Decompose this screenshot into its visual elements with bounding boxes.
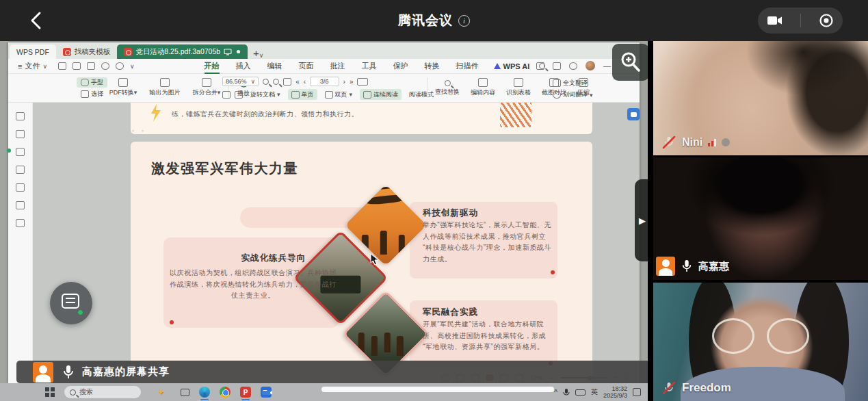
taskbar-search-input[interactable]: 搜索 xyxy=(64,386,141,398)
open-icon[interactable] xyxy=(58,62,66,70)
document-canvas[interactable]: 练，锤炼官兵在关键时刻的政治判断力、领悟力和执行力。 ◦ ◦ 激发强军兴军伟大力… xyxy=(33,103,640,383)
fit-page-icon[interactable] xyxy=(283,78,291,86)
fit-width-icon[interactable] xyxy=(235,91,243,99)
share-banner-text: 高嘉惠的屏幕共享 xyxy=(82,365,170,378)
battery-icon[interactable] xyxy=(575,389,586,396)
tab-insert[interactable]: 插入 xyxy=(228,60,259,73)
single-page-toggle[interactable]: 单页 xyxy=(288,89,317,100)
to-image-button[interactable]: 输出为图片 xyxy=(145,78,185,97)
windows-start-button[interactable] xyxy=(45,387,55,397)
tab-document-active[interactable]: 党日活动8.25.pdf.3a0705b xyxy=(117,44,248,59)
tray-expand-icon[interactable]: ^ xyxy=(554,389,557,396)
controls-divider xyxy=(800,14,801,27)
comment-panel-icon[interactable] xyxy=(16,166,25,174)
chrome-icon[interactable] xyxy=(220,387,231,398)
page-indicator-input[interactable]: 3/6 xyxy=(310,77,339,86)
camera-icon[interactable] xyxy=(767,14,783,27)
tab-list-chevron-icon[interactable]: ∨ xyxy=(259,52,264,59)
message-badge[interactable] xyxy=(627,108,640,120)
last-page-button[interactable]: » xyxy=(350,78,354,86)
clock-time: 18:32 xyxy=(603,385,627,392)
hand-tool-button[interactable]: 手型 xyxy=(77,77,107,88)
full-translate-button[interactable]: 全文翻译 xyxy=(549,78,592,88)
ime-indicator[interactable]: 英 xyxy=(591,387,598,397)
zoom-in-icon[interactable] xyxy=(273,79,279,85)
restore-icon[interactable] xyxy=(553,62,561,70)
book-icon[interactable] xyxy=(357,78,368,86)
copilot-sparkle-icon[interactable]: ✦ xyxy=(157,387,164,397)
floating-assistant-button[interactable] xyxy=(50,282,92,324)
slide-anchor-dots: ◦ ◦ xyxy=(132,127,146,134)
rotate-doc-button[interactable]: 旋转文档 ▾ xyxy=(247,89,284,100)
tab-comment[interactable]: 批注 xyxy=(322,60,354,73)
recognize-table-button[interactable]: 识别表格 xyxy=(503,78,534,97)
zoom-out-icon[interactable] xyxy=(263,79,269,85)
layers-icon[interactable] xyxy=(16,219,25,227)
quickbar-chevron-icon[interactable]: ∨ xyxy=(130,63,135,70)
tab-protect[interactable]: 保护 xyxy=(385,60,417,73)
wps-sidebar xyxy=(8,103,33,383)
print-icon[interactable] xyxy=(87,62,95,70)
tab-edit[interactable]: 编辑 xyxy=(259,60,291,73)
continuous-label: 连续阅读 xyxy=(373,90,398,99)
zoom-select[interactable]: 86.56% ∨ xyxy=(222,77,259,86)
info-icon[interactable]: i xyxy=(458,15,470,27)
block-body-fusion: 开展“军民共建”活动，联合地方科研院所、高校推进国防科技成果转化，形成“军地联动… xyxy=(423,319,554,353)
soldier-silhouette xyxy=(397,336,403,357)
minimize-icon[interactable]: — xyxy=(603,62,611,70)
actual-size-icon[interactable] xyxy=(222,91,231,99)
thumbnail-panel-icon[interactable] xyxy=(16,112,25,120)
video-tile-freedom[interactable]: Freedom xyxy=(653,283,868,401)
tencent-meeting-icon[interactable] xyxy=(261,387,272,398)
share-doc-icon[interactable] xyxy=(536,62,544,70)
tab-scan[interactable]: 扫描件 xyxy=(448,60,487,73)
outline-icon[interactable] xyxy=(16,148,25,156)
find-replace-button[interactable]: 查找替换 xyxy=(432,79,463,96)
mic-icon xyxy=(62,364,75,380)
word-translate-button[interactable]: 划词翻译 ▾ xyxy=(549,90,597,100)
share-scrollbar[interactable] xyxy=(321,387,554,392)
redo-icon[interactable] xyxy=(116,62,124,70)
notification-center-icon[interactable] xyxy=(633,388,641,396)
wps-app-icon[interactable]: P xyxy=(240,387,251,398)
prev-page-button[interactable]: ‹ xyxy=(304,78,306,86)
share-magnifier-button[interactable] xyxy=(612,44,648,81)
attachment-icon[interactable] xyxy=(16,183,25,192)
account-avatar[interactable] xyxy=(586,61,595,70)
taskbar-clock[interactable]: 18:32 2025/9/3 xyxy=(603,385,627,399)
panel-expand-handle[interactable]: ▶ xyxy=(635,179,648,261)
bookmark-icon[interactable] xyxy=(16,130,25,138)
assistant-status-dot xyxy=(77,309,83,315)
back-icon[interactable] xyxy=(26,10,48,31)
tray-mic-icon[interactable] xyxy=(563,388,570,397)
pdf-convert-button[interactable]: PDF转换▾ xyxy=(105,78,141,97)
file-menu-button[interactable]: ≡ 文件 ∨ xyxy=(18,61,47,71)
undo-icon[interactable] xyxy=(101,62,109,70)
next-page-button[interactable]: › xyxy=(343,78,345,86)
shared-screen: WPS PDF 找稿夹模板 党日活动8.25.pdf.3a0705b + ∨ xyxy=(0,41,648,401)
double-page-toggle[interactable]: 双页 ▾ xyxy=(321,89,356,100)
tab-convert[interactable]: 转换 xyxy=(417,60,448,73)
continuous-toggle[interactable]: 连续阅读 xyxy=(360,89,402,100)
video-tile-gaojiahui[interactable]: 高嘉惠 xyxy=(653,157,868,280)
tab-template[interactable]: 找稿夹模板 xyxy=(56,44,118,59)
tab-page[interactable]: 页面 xyxy=(291,60,322,73)
record-icon[interactable] xyxy=(819,13,834,28)
meeting-controls xyxy=(758,8,843,34)
split-merge-button[interactable]: 拆分合并▾ xyxy=(189,78,224,97)
settings-icon[interactable] xyxy=(569,62,577,70)
edit-content-button[interactable]: 编辑内容 xyxy=(467,78,499,97)
tab-home[interactable]: 开始 xyxy=(196,60,228,73)
new-tab-button[interactable]: + xyxy=(253,47,259,59)
wps-ai-button[interactable]: WPS AI xyxy=(494,62,530,70)
save-icon[interactable] xyxy=(73,62,81,70)
select-tool-button[interactable]: 选择 xyxy=(77,89,107,99)
tab-tools[interactable]: 工具 xyxy=(354,60,385,73)
first-page-button[interactable]: « xyxy=(295,78,300,86)
edge-icon[interactable] xyxy=(199,387,210,398)
annotate-pen-icon[interactable] xyxy=(16,201,25,209)
video-tile-nini[interactable]: Nini xyxy=(653,41,868,155)
task-view-icon[interactable] xyxy=(181,389,189,396)
tab-wps-pdf[interactable]: WPS PDF xyxy=(10,44,56,59)
pdf-convert-label: PDF转换 xyxy=(109,89,134,96)
